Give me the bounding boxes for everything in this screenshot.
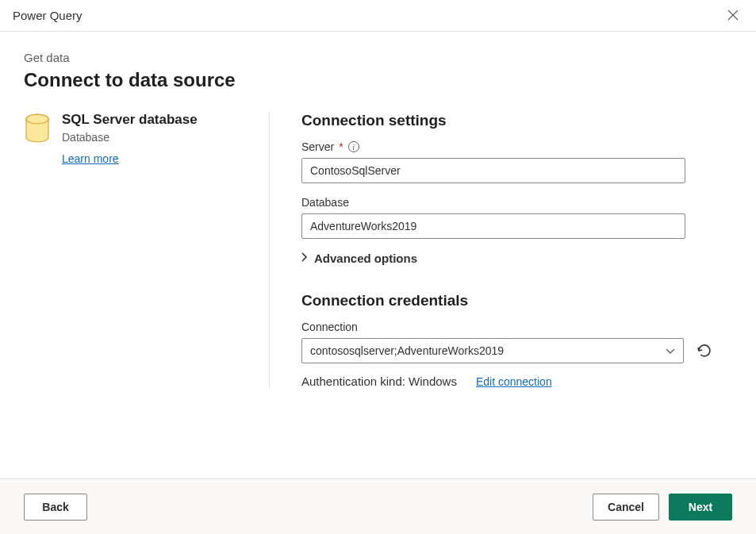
refresh-icon [697, 343, 712, 359]
info-icon[interactable]: i [348, 141, 359, 152]
page-title: Connect to data source [24, 69, 732, 91]
database-input[interactable] [301, 213, 685, 239]
server-label-text: Server [301, 140, 334, 153]
connection-select[interactable]: contososqlserver;AdventureWorks2019 [301, 338, 684, 363]
back-button[interactable]: Back [24, 494, 87, 521]
connection-credentials-title: Connection credentials [301, 292, 714, 309]
connection-select-value: contososqlserver;AdventureWorks2019 [310, 344, 504, 357]
close-button[interactable] [723, 6, 743, 26]
learn-more-link[interactable]: Learn more [62, 152, 119, 165]
connection-settings-title: Connection settings [301, 112, 714, 129]
database-field-group: Database [301, 196, 714, 239]
dialog-footer: Back Cancel Next [0, 478, 756, 534]
connection-label: Connection [301, 321, 714, 333]
advanced-options-toggle[interactable]: Advanced options [301, 252, 714, 265]
source-subtitle: Database [62, 131, 250, 144]
breadcrumb: Get data [24, 51, 732, 64]
auth-row: Authentication kind: Windows Edit connec… [301, 375, 714, 388]
titlebar: Power Query [0, 0, 756, 32]
connection-form: Connection settings Server * i Database … [270, 112, 714, 388]
auth-kind-text: Authentication kind: Windows [301, 375, 457, 388]
server-label: Server * i [301, 140, 714, 153]
chevron-down-icon [666, 344, 675, 357]
server-field-group: Server * i [301, 140, 714, 183]
cancel-button[interactable]: Cancel [593, 494, 659, 521]
edit-connection-link[interactable]: Edit connection [476, 375, 552, 388]
server-input[interactable] [301, 158, 685, 183]
connection-field-group: Connection contososqlserver;AdventureWor… [301, 321, 714, 363]
close-icon [727, 10, 739, 21]
next-button[interactable]: Next [669, 494, 732, 521]
titlebar-title: Power Query [13, 9, 83, 22]
source-summary-panel: SQL Server database Database Learn more [24, 112, 270, 388]
database-icon [24, 113, 51, 388]
refresh-button[interactable] [695, 341, 714, 360]
advanced-options-label: Advanced options [314, 252, 417, 265]
required-indicator: * [339, 140, 343, 153]
chevron-right-icon [301, 252, 308, 264]
source-heading: SQL Server database [62, 112, 250, 128]
dialog-content: Get data Connect to data source SQL Serv… [0, 32, 756, 478]
database-label: Database [301, 196, 714, 209]
